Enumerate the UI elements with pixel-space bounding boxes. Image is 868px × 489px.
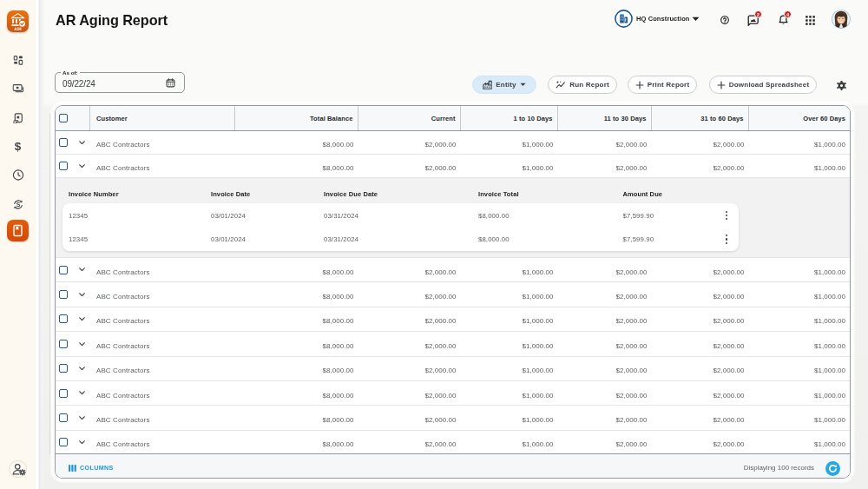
svg-text:S: S <box>16 202 20 208</box>
svg-text:A/R: A/R <box>14 27 22 32</box>
